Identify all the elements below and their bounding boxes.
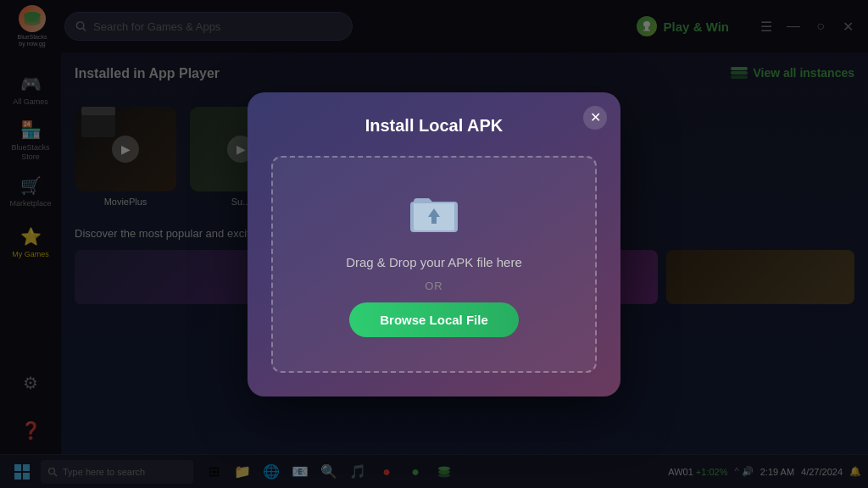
drop-zone[interactable]: Drag & Drop your APK file here OR Browse… xyxy=(271,156,597,373)
install-apk-modal: ✕ Install Local APK Drag & Drop your APK… xyxy=(248,92,620,396)
folder-upload-svg xyxy=(410,191,458,236)
browse-local-file-button[interactable]: Browse Local File xyxy=(349,302,519,337)
folder-upload-icon xyxy=(410,191,458,245)
or-separator: OR xyxy=(425,280,443,292)
app-background: BlueStacks by now.gg Play & Win ☰ xyxy=(0,0,868,488)
modal-close-button[interactable]: ✕ xyxy=(583,106,607,130)
modal-title: Install Local APK xyxy=(271,116,597,136)
modal-overlay: ✕ Install Local APK Drag & Drop your APK… xyxy=(0,0,868,488)
close-icon: ✕ xyxy=(590,109,601,125)
drop-zone-text: Drag & Drop your APK file here xyxy=(346,255,522,269)
